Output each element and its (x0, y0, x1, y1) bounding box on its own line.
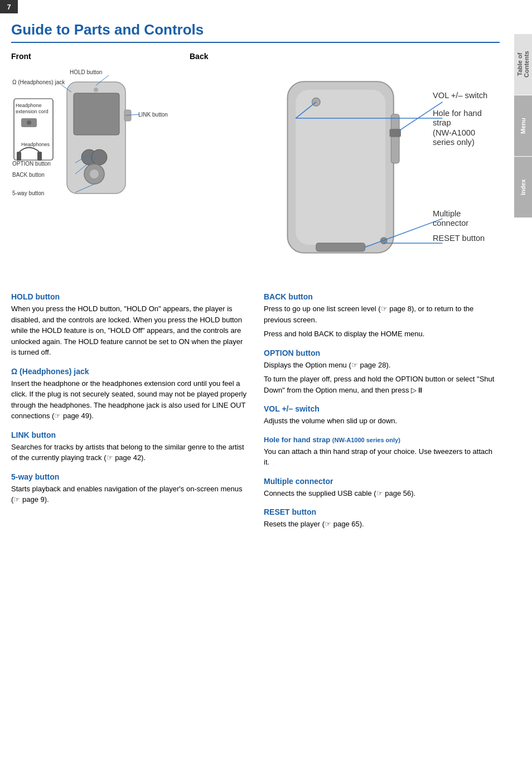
sidebar-item-index[interactable]: Index (514, 156, 532, 217)
headphones-jack-heading: Ω (Headphones) jack (11, 367, 247, 376)
headphones-jack-text: Insert the headphone or the headphones e… (11, 378, 247, 422)
sidebar-item-menu[interactable]: Menu (514, 95, 532, 156)
svg-text:strap: strap (433, 118, 451, 127)
front-diagram: Front Headphone extension cord Headphone… (11, 52, 178, 279)
svg-point-4 (27, 120, 31, 125)
svg-text:(NW-A1000: (NW-A1000 (433, 128, 475, 137)
svg-text:Headphone: Headphone (16, 103, 42, 108)
diagram-area: Front Headphone extension cord Headphone… (11, 52, 500, 279)
main-content: Guide to Parts and Controls Front Headph… (0, 0, 511, 544)
svg-text:RESET button: RESET button (433, 234, 485, 243)
back-button-text2: Press and hold BACK to display the HOME … (264, 328, 500, 340)
svg-point-13 (91, 149, 107, 165)
svg-text:VOL +/– switch: VOL +/– switch (433, 91, 487, 100)
page-title: Guide to Parts and Controls (11, 21, 500, 43)
svg-point-15 (90, 170, 99, 178)
svg-text:LINK button: LINK button (138, 112, 168, 118)
back-button-heading: BACK button (264, 292, 500, 301)
fiveway-button-heading: 5-way button (11, 472, 247, 481)
option-button-heading: OPTION button (264, 349, 500, 357)
back-label: Back (190, 52, 500, 61)
vol-switch-heading: VOL +/– switch (264, 404, 500, 413)
hand-strap-heading: Hole for hand strap (NW-A1000 series onl… (264, 436, 500, 444)
hold-button-text: When you press the HOLD button, "HOLD On… (11, 303, 247, 358)
svg-text:HOLD button: HOLD button (70, 69, 102, 75)
multiple-connector-heading: Multiple connector (264, 477, 500, 486)
front-device-svg: Headphone extension cord Headphones (11, 65, 178, 210)
svg-point-10 (94, 88, 98, 92)
svg-text:BACK button: BACK button (12, 172, 45, 178)
front-label: Front (11, 52, 178, 61)
svg-text:5-way button: 5-way button (12, 190, 44, 196)
svg-text:extension cord: extension cord (16, 109, 49, 114)
side-tabs: Table of Contents Menu Index (514, 33, 532, 217)
vol-switch-text: Adjusts the volume when slid up or down. (264, 415, 500, 427)
svg-rect-7 (37, 152, 42, 161)
back-device-svg: VOL +/– switch Hole for hand strap (NW-A… (190, 65, 500, 277)
option-button-text1: Displays the Option menu (☞ page 28). (264, 360, 500, 371)
svg-rect-31 (391, 114, 399, 163)
svg-text:Ω (Headphones) jack: Ω (Headphones) jack (12, 79, 65, 85)
body-columns: HOLD button When you press the HOLD butt… (11, 292, 500, 533)
page-number: 7 (0, 0, 18, 13)
left-column: HOLD button When you press the HOLD butt… (11, 292, 247, 533)
back-diagram: Back VOL +/– switch (190, 52, 500, 279)
svg-text:series only): series only) (433, 138, 475, 147)
svg-rect-29 (296, 90, 385, 245)
link-button-text: Searches for tracks by artists that belo… (11, 442, 247, 463)
svg-rect-6 (17, 152, 21, 161)
fiveway-button-text: Starts playback and enables navigation o… (11, 483, 247, 505)
reset-button-heading: RESET button (264, 507, 500, 516)
svg-text:Hole for hand: Hole for hand (433, 109, 482, 118)
svg-rect-9 (74, 93, 119, 135)
back-button-text1: Press to go up one list screen level (☞ … (264, 303, 500, 325)
sidebar-item-toc[interactable]: Table of Contents (514, 33, 532, 95)
svg-text:Multiple: Multiple (433, 209, 461, 218)
multiple-connector-text: Connects the supplied USB cable (☞ page … (264, 488, 500, 499)
option-button-text2: To turn the player off, press and hold t… (264, 374, 500, 395)
svg-rect-33 (316, 243, 365, 252)
hand-strap-text: You can attach a thin hand strap of your… (264, 446, 500, 468)
svg-text:OPTION button: OPTION button (12, 161, 51, 167)
reset-button-text: Resets the player (☞ page 65). (264, 519, 500, 530)
hold-button-heading: HOLD button (11, 292, 247, 301)
svg-text:connector: connector (433, 219, 468, 228)
right-column: BACK button Press to go up one list scre… (264, 292, 500, 533)
svg-text:Headphones: Headphones (21, 142, 50, 147)
link-button-heading: LINK button (11, 431, 247, 439)
